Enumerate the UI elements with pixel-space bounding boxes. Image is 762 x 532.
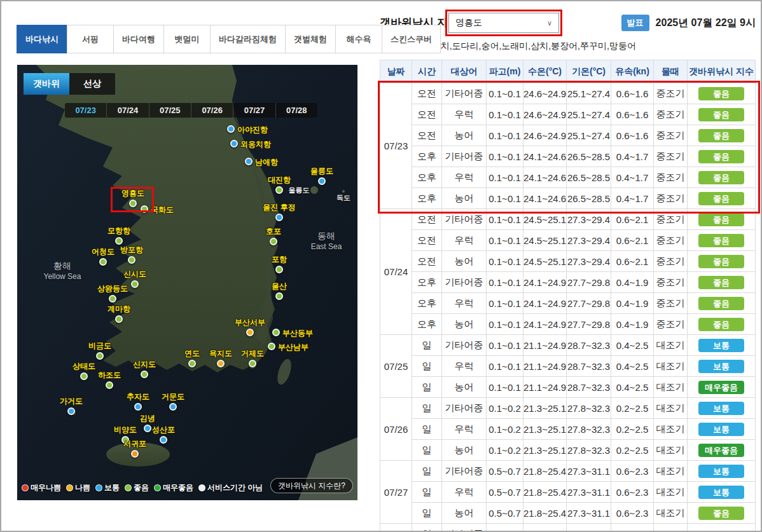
map-mode-tab[interactable]: 갯바위: [24, 73, 69, 95]
index-badge: 매우좋음: [698, 444, 744, 457]
tide-cell: 중조기: [654, 83, 688, 104]
wave-cell: 0.1~0.1: [487, 335, 523, 356]
forecast-panel: 갯바위낚시 지수 영흥도 ∨ 발표 2025년 07월 22일 9시 기타어종 …: [380, 1, 756, 532]
wave-cell: 0.1~0.1: [487, 251, 523, 272]
legend-item: 매우나쁨: [22, 482, 61, 493]
sea-label-korean: 동해: [311, 231, 342, 242]
water-temp-cell: 21.8~25.4: [523, 503, 567, 524]
time-cell: 오전: [412, 125, 442, 146]
marker-dot-icon: [217, 360, 225, 367]
marker-dot-icon: [227, 125, 235, 133]
marker-dot-icon: [131, 280, 139, 288]
legend-label: 매우좋음: [163, 482, 193, 493]
index-cell: 좋음: [688, 188, 756, 209]
wave-cell: 0.5~0.7: [487, 461, 523, 482]
index-cell: 좋음: [688, 209, 756, 230]
marker-dot-icon: [160, 436, 167, 444]
air-temp-cell: 27.8~32.3: [567, 440, 611, 461]
index-info-button[interactable]: 갯바위낚시 지수란?: [270, 478, 353, 493]
water-temp-cell: 24.6~24.9: [523, 104, 567, 125]
time-cell: 오전: [412, 83, 442, 104]
current-speed-cell: 0.6~2.1: [611, 209, 654, 230]
air-temp-cell: [567, 524, 611, 532]
current-speed-cell: 0.6~1.6: [611, 104, 654, 125]
current-speed-cell: 0.4~1.7: [611, 167, 654, 188]
current-speed-cell: 0.6~1.6: [611, 125, 654, 146]
legend-item: 매우좋음: [154, 482, 193, 493]
target-fish-cell: 기타어종: [442, 398, 487, 419]
map-date-tab[interactable]: 07/26: [191, 103, 233, 118]
index-cell: 좋음: [688, 167, 756, 188]
marker-dot-icon: [272, 329, 280, 336]
tide-cell: 대조기: [654, 377, 688, 398]
index-cell: 보통: [688, 398, 756, 419]
time-cell: 일: [412, 377, 442, 398]
map-date-tab[interactable]: 07/27: [233, 103, 275, 118]
water-temp-cell: 21.1~24.9: [523, 356, 567, 377]
tide-cell: 대조기: [654, 335, 688, 356]
index-badge: 보통: [698, 465, 744, 478]
map-date-tab[interactable]: 07/28: [275, 103, 317, 118]
map-date-tab[interactable]: 07/24: [106, 103, 148, 118]
index-badge: 보통: [698, 339, 744, 352]
table-row: 일농어0.5~0.721.8~25.427.3~31.10.6~2.3대조기좋음: [380, 503, 756, 524]
legend-item: 나쁨: [66, 482, 90, 493]
marker-label: 부산동부: [282, 328, 313, 339]
map-mode-tab[interactable]: 선상: [69, 73, 115, 95]
map-date-tab[interactable]: 07/25: [149, 103, 191, 118]
wave-cell: 0.1~0.1: [487, 230, 523, 251]
map-date-tab[interactable]: 07/23: [65, 103, 106, 118]
index-badge: 좋음: [698, 255, 744, 268]
sea-label-korean: 황해: [44, 261, 81, 272]
water-temp-cell: 24.1~24.9: [523, 293, 567, 314]
target-fish-cell: 기타어종: [442, 83, 487, 104]
water-temp-cell: 24.1~24.9: [523, 314, 567, 335]
target-fish-cell: 농어: [442, 188, 487, 209]
tide-cell: 대조기: [654, 461, 688, 482]
tide-cell: 중조기: [654, 251, 688, 272]
region-select[interactable]: 영흥도 ∨: [448, 13, 559, 33]
table-row: 오전농어0.1~0.124.6~24.925.1~27.40.6~1.6중조기좋…: [380, 125, 756, 146]
index-badge: 보통: [698, 486, 744, 499]
page-root: 바다낚시서핑바다여행뱃멀미바다갈라짐체험갯벌체험해수욕스킨스쿠버: [0, 0, 762, 532]
category-tab[interactable]: 서핑: [67, 25, 114, 53]
category-tab[interactable]: 바다여행: [113, 25, 164, 53]
index-badge: 좋음: [698, 318, 744, 331]
water-temp-cell: 24.1~24.6: [523, 188, 567, 209]
index-badge: 매우좋음: [698, 381, 744, 394]
water-temp-cell: 24.6~24.9: [523, 83, 567, 104]
marker-dot-icon: [245, 158, 253, 165]
index-badge: 좋음: [698, 234, 744, 247]
time-cell: 오후: [412, 314, 442, 335]
current-speed-cell: 0.6~2.3: [611, 482, 654, 503]
target-fish-cell: 농어: [442, 377, 487, 398]
target-fish-cell: 우럭: [442, 482, 487, 503]
marker-label: 비금도: [88, 341, 111, 351]
target-fish-cell: 우럭: [442, 230, 487, 251]
table-row: 오전우럭0.1~0.124.6~24.925.1~27.40.6~1.6중조기좋…: [380, 104, 756, 125]
marker-dot-icon: [275, 186, 283, 194]
sea-label-english: East Sea: [311, 242, 342, 251]
time-cell: 일: [412, 419, 442, 440]
category-tab[interactable]: 해수욕: [335, 25, 382, 53]
air-temp-cell: 25.1~27.4: [567, 83, 611, 104]
category-tab[interactable]: 갯벌체험: [285, 25, 336, 53]
current-speed-cell: 0.2~2.5: [611, 440, 654, 461]
table-row: 일농어0.1~0.221.3~25.127.8~32.30.2~2.5대조기매우…: [380, 440, 756, 461]
tide-cell: 중조기: [654, 272, 688, 293]
time-cell: 일: [412, 440, 442, 461]
geo-label: 울릉도: [289, 186, 310, 195]
marker-label: 성산포: [152, 425, 175, 435]
index-cell: 좋음: [688, 503, 756, 524]
category-tab[interactable]: 바다갈라짐체험: [210, 25, 286, 53]
legend-dot-icon: [154, 484, 161, 491]
tide-cell: 중조기: [654, 146, 688, 167]
index-cell: 보통: [688, 482, 756, 503]
marker-label: 호포: [266, 226, 281, 237]
category-tab[interactable]: 뱃멀미: [163, 25, 211, 53]
category-tab[interactable]: 바다낚시: [17, 25, 67, 53]
category-tab[interactable]: 스킨스쿠버: [382, 25, 441, 53]
marker-dot-icon: [188, 360, 196, 367]
wave-cell: 0.1~0.2: [487, 419, 523, 440]
current-speed-cell: 0.4~1.7: [611, 146, 654, 167]
